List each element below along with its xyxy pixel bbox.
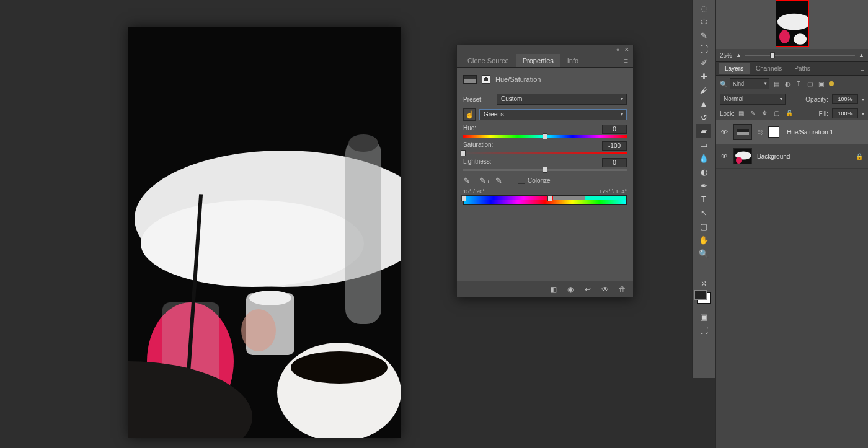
dodge-tool-icon[interactable]: ◐ (696, 165, 711, 178)
view-previous-icon[interactable]: ◉ (566, 285, 575, 294)
lightness-slider-thumb[interactable] (542, 167, 547, 173)
blend-mode-dropdown[interactable]: Normal (720, 94, 786, 105)
lightness-value[interactable]: 0 (602, 158, 627, 167)
color-range-bar[interactable] (463, 195, 627, 200)
eyedropper-tool-icon[interactable]: ✐ (696, 56, 711, 69)
opacity-flyout-icon[interactable]: ▾ (862, 97, 864, 102)
lock-all-icon[interactable]: 🔒 (786, 110, 794, 118)
brush-tool-icon[interactable]: 🖌 (696, 83, 711, 97)
layer-mask-thumbnail[interactable] (768, 126, 779, 138)
filter-pixel-icon[interactable]: ▤ (772, 79, 781, 88)
hue-slider[interactable] (463, 135, 627, 138)
vertical-toolbar: ◌ ⬭ ✎ ⛶ ✐ ✚ 🖌 ▲ ↺ ▰ ▭ 💧 ◐ ✒ T ↖ ▢ ✋ 🔍 ⋯ … (692, 0, 715, 378)
zoom-tool-icon[interactable]: 🔍 (696, 247, 711, 260)
layer-filter-bar: 🔍 Kind ▤ ◐ T ▢ ▣ (716, 76, 868, 92)
lock-position-icon[interactable]: ✥ (762, 110, 770, 118)
close-icon[interactable]: ✕ (624, 46, 629, 53)
layer-name[interactable]: Hue/Saturation 1 (787, 129, 833, 136)
layer-name[interactable]: Background (757, 153, 790, 160)
tab-channels[interactable]: Channels (750, 63, 788, 74)
filter-toggle[interactable] (829, 81, 834, 86)
zoom-in-icon[interactable]: ▲ (859, 52, 864, 58)
gradient-tool-icon[interactable]: ▭ (696, 138, 711, 151)
search-icon[interactable]: 🔍 (720, 81, 727, 87)
quickmask-icon[interactable]: ▣ (696, 310, 711, 323)
lightness-label: Lightness: (463, 158, 492, 167)
layer-row[interactable]: 👁 ⛓ Hue/Saturation 1 (716, 120, 868, 144)
lock-artboard-icon[interactable]: ▢ (774, 110, 782, 118)
tab-info[interactable]: Info (560, 54, 585, 67)
saturation-slider[interactable] (463, 152, 627, 154)
tab-layers[interactable]: Layers (719, 63, 750, 74)
stamp-tool-icon[interactable]: ▲ (696, 97, 711, 110)
mask-icon[interactable] (482, 75, 490, 84)
zoom-slider-thumb[interactable] (770, 52, 775, 58)
lock-label: Lock: (720, 110, 735, 117)
range-handle-2[interactable] (547, 195, 552, 201)
collapse-icon[interactable]: « (616, 46, 619, 53)
hue-slider-thumb[interactable] (542, 133, 547, 139)
eyedropper-add-icon[interactable]: ✎₊ (479, 176, 488, 185)
link-icon[interactable]: ⛓ (757, 129, 763, 136)
color-swatch[interactable] (697, 292, 711, 304)
layer-thumbnail[interactable] (733, 148, 752, 164)
saturation-value[interactable]: -100 (602, 141, 627, 151)
layer-thumbnail[interactable] (733, 124, 752, 140)
hand-tool-icon[interactable]: ✋ (696, 233, 711, 247)
targeted-adjustment-icon[interactable]: ☝ (463, 108, 476, 121)
healing-tool-icon[interactable]: ✚ (696, 69, 711, 83)
lightness-slider[interactable] (463, 169, 627, 171)
tab-paths[interactable]: Paths (788, 63, 817, 74)
fill-value[interactable]: 100% (832, 108, 858, 118)
history-brush-icon[interactable]: ↺ (696, 110, 711, 124)
path-select-tool-icon[interactable]: ↖ (696, 206, 711, 219)
tab-clone-source[interactable]: Clone Source (461, 54, 516, 67)
lock-pixels-icon[interactable]: ✎ (750, 110, 758, 118)
trash-icon[interactable]: 🗑 (618, 285, 627, 294)
layers-list: 👁 ⛓ Hue/Saturation 1 👁 Background 🔒 (716, 120, 868, 368)
lasso-tool-icon[interactable]: ⬭ (696, 15, 711, 29)
layers-panel-menu-icon[interactable]: ≡ (861, 65, 868, 72)
preset-dropdown[interactable]: Custom (497, 94, 627, 105)
colorize-checkbox[interactable] (518, 177, 525, 184)
layer-row[interactable]: 👁 Background 🔒 (716, 144, 868, 169)
type-tool-icon[interactable]: T (696, 192, 711, 206)
eyedropper-subtract-icon[interactable]: ✎₋ (495, 176, 504, 185)
blur-tool-icon[interactable]: 💧 (696, 151, 711, 165)
clip-to-layer-icon[interactable]: ◧ (549, 285, 557, 294)
visibility-icon[interactable]: 👁 (721, 152, 728, 160)
navigator-thumbnail[interactable] (776, 0, 809, 47)
panel-menu-icon[interactable]: ≡ (619, 54, 633, 67)
kind-dropdown[interactable]: Kind (730, 78, 769, 89)
document-canvas[interactable] (128, 27, 401, 438)
channel-dropdown[interactable]: Greens (479, 109, 627, 120)
filter-type-icon[interactable]: T (794, 79, 803, 88)
eraser-tool-icon[interactable]: ▰ (696, 124, 711, 138)
quick-select-tool-icon[interactable]: ✎ (696, 29, 711, 42)
hue-value[interactable]: 0 (602, 125, 627, 134)
eyedropper-icon[interactable]: ✎ (463, 176, 472, 185)
visibility-icon[interactable]: 👁 (721, 128, 728, 136)
fill-flyout-icon[interactable]: ▾ (862, 111, 864, 116)
opacity-value[interactable]: 100% (832, 94, 858, 104)
pen-tool-icon[interactable]: ✒ (696, 178, 711, 192)
zoom-slider[interactable] (745, 55, 855, 56)
screen-mode-icon[interactable]: ⛶ (696, 323, 711, 337)
lock-icon[interactable]: 🔒 (856, 153, 863, 160)
shape-tool-icon[interactable]: ▢ (696, 219, 711, 233)
crop-tool-icon[interactable]: ⛶ (696, 42, 711, 56)
tab-properties[interactable]: Properties (516, 54, 560, 67)
filter-shape-icon[interactable]: ▢ (805, 79, 814, 88)
saturation-slider-thumb[interactable] (461, 150, 466, 156)
swap-colors-icon[interactable]: ⤭ (696, 276, 711, 290)
filter-smart-icon[interactable]: ▣ (817, 79, 825, 88)
zoom-out-icon[interactable]: ▲ (736, 52, 742, 58)
toolbar-menu-icon[interactable]: ⋯ (696, 263, 711, 276)
filter-adjust-icon[interactable]: ◐ (783, 79, 792, 88)
zoom-value[interactable]: 25% (720, 52, 732, 59)
marquee-tool-icon[interactable]: ◌ (696, 1, 711, 15)
toggle-visibility-icon[interactable]: 👁 (601, 285, 609, 294)
lock-transparency-icon[interactable]: ▦ (738, 110, 746, 118)
reset-icon[interactable]: ↩ (583, 285, 592, 294)
range-handle-1[interactable] (461, 195, 466, 201)
